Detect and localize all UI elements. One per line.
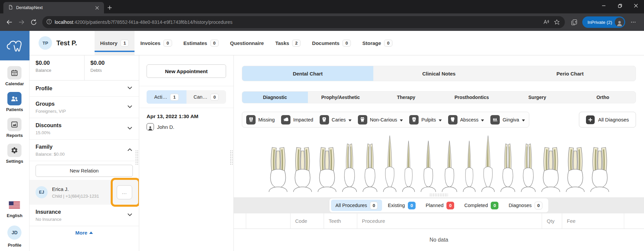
tooth-1[interactable] xyxy=(268,141,288,192)
section-family[interactable]: FamilyBalance: $0.00 xyxy=(30,140,139,161)
tab-storage[interactable]: Storage0 xyxy=(357,31,398,55)
diagnosis-button-impacted[interactable]: Impacted xyxy=(281,115,313,124)
language-selector[interactable]: English xyxy=(7,201,22,218)
section-profile[interactable]: Profile xyxy=(30,81,139,97)
address-bar[interactable]: localhost:4200/p/patients/b7f78552-f41a-… xyxy=(42,16,565,28)
tooth-12[interactable] xyxy=(499,138,516,192)
section-groups[interactable]: GroupsForeigners, VIP xyxy=(30,97,139,118)
diagnosis-button-non-carious[interactable]: Non-Carious xyxy=(358,115,403,124)
tab-history[interactable]: History1 xyxy=(95,31,135,55)
tab-therapy[interactable]: Therapy xyxy=(373,92,439,103)
appointment-item[interactable]: Apr 13, 2022 1:30 AM John D. xyxy=(139,108,233,136)
favorite-star-icon[interactable] xyxy=(551,17,562,28)
filter-count-badge: 0 xyxy=(408,202,416,209)
site-info-icon[interactable] xyxy=(46,19,52,26)
relation-menu-button[interactable]: ... xyxy=(117,185,132,199)
tab-tasks[interactable]: Tasks2 xyxy=(270,31,307,55)
window-minimize-button[interactable] xyxy=(596,0,612,11)
forward-button[interactable] xyxy=(15,16,28,28)
window-close-button[interactable] xyxy=(628,0,644,11)
tab-dental-chart[interactable]: Dental Chart xyxy=(242,66,373,81)
diagnosis-button-caries[interactable]: Caries xyxy=(320,115,352,124)
tab-estimates[interactable]: Estimates0 xyxy=(178,31,224,55)
tab-label: Documents xyxy=(312,40,339,46)
section-text: FamilyBalance: $0.00 xyxy=(36,144,127,157)
sidebar-item-calendar[interactable]: Calendar xyxy=(5,66,24,86)
tooth-4[interactable] xyxy=(341,138,358,192)
sidebar-item-patients[interactable]: Patients xyxy=(5,92,24,112)
all-diagnoses-button[interactable]: All Diagnoses xyxy=(579,112,636,128)
tab-close-icon[interactable] xyxy=(93,4,101,11)
filter-all-procedures[interactable]: All Procedures0 xyxy=(331,200,382,211)
tab-prosthodontics[interactable]: Prosthodontics xyxy=(439,92,505,103)
filter-diagnoses[interactable]: Diagnoses0 xyxy=(504,200,547,211)
diagnosis-button-pulpits[interactable]: Pulpits xyxy=(409,115,442,124)
filter-planned[interactable]: Planned0 xyxy=(421,200,459,211)
diagnosis-button-abscess[interactable]: Abscess xyxy=(448,115,484,124)
window-restore-button[interactable] xyxy=(612,0,628,11)
browser-menu-icon[interactable] xyxy=(627,16,639,28)
tab-surgery[interactable]: Surgery xyxy=(504,92,570,103)
tooth-3[interactable] xyxy=(317,141,337,192)
back-button[interactable] xyxy=(3,16,15,28)
section-discounts[interactable]: Discounts15.00% xyxy=(30,118,139,140)
appointment-tab-count: 0 xyxy=(210,94,219,101)
tooth-2[interactable] xyxy=(292,141,313,192)
appointment-tab-0[interactable]: Acti…1 xyxy=(147,90,186,104)
tab-invoices[interactable]: Invoices0 xyxy=(135,31,177,55)
new-relation-button[interactable]: New Relation xyxy=(36,165,133,177)
tab-diagnostic[interactable]: Diagnostic xyxy=(242,92,308,103)
tab-clinical-notes[interactable]: Clinical Notes xyxy=(373,66,504,81)
tab-prophy-aesthetic[interactable]: Prophy/Aesthetic xyxy=(308,92,374,103)
tab-count-badge: 0 xyxy=(210,40,219,47)
split-screen-icon[interactable] xyxy=(568,16,580,28)
panel-resize-handle[interactable] xyxy=(135,150,139,165)
new-tab-button[interactable] xyxy=(104,2,115,13)
panel-resize-handle[interactable] xyxy=(230,150,233,165)
tooth-15[interactable] xyxy=(565,141,586,192)
tooth-10[interactable] xyxy=(462,138,477,192)
diagnosis-button-gingiva[interactable]: Gingiva xyxy=(490,115,525,124)
new-appointment-button[interactable]: New Appointment xyxy=(147,64,226,78)
tooth-11[interactable] xyxy=(480,134,496,192)
tooth-14[interactable] xyxy=(540,141,561,192)
app-logo[interactable] xyxy=(0,31,30,60)
tooth-9[interactable] xyxy=(441,138,458,192)
tab-documents[interactable]: Documents0 xyxy=(306,31,357,55)
tooth-13[interactable] xyxy=(520,138,537,192)
dental-chart-teeth xyxy=(242,133,636,192)
column-header-qty: Qty xyxy=(542,213,562,229)
family-relation-row[interactable]: EJ Erica J. Child | +1(684)123-1231 ... xyxy=(30,180,139,205)
chart-resize-handle[interactable] xyxy=(429,193,448,196)
sidebar-item-settings[interactable]: Settings xyxy=(5,144,24,164)
tooth-5[interactable] xyxy=(362,138,378,192)
appointment-tab-1[interactable]: Can…0 xyxy=(186,90,226,104)
tooth-16[interactable] xyxy=(589,141,610,192)
diagnosis-button-missing[interactable]: Missing xyxy=(246,115,275,124)
tooth-occlusal-7 xyxy=(401,186,416,192)
section-insurance[interactable]: Insurance No Insurance xyxy=(30,205,139,226)
us-flag-icon xyxy=(9,201,20,210)
tooth-7[interactable] xyxy=(401,138,416,192)
tooth-8[interactable] xyxy=(420,138,437,192)
refresh-button[interactable] xyxy=(28,16,40,28)
filter-completed[interactable]: Completed0 xyxy=(460,200,503,211)
url-text[interactable]: localhost:4200/p/patients/b7f78552-f41a-… xyxy=(55,19,541,25)
filter-existing[interactable]: Existing0 xyxy=(383,200,420,211)
browser-tab-strip: DentaltapNext xyxy=(0,0,644,13)
profile-inprivate-button[interactable]: InPrivate (2) xyxy=(582,16,625,28)
user-profile-button[interactable]: JD Profile xyxy=(7,218,21,248)
tooth-caries-icon xyxy=(320,115,329,124)
more-toggle[interactable]: More xyxy=(75,230,93,236)
browser-tab[interactable]: DentaltapNext xyxy=(3,2,104,13)
tooth-6[interactable] xyxy=(382,134,397,192)
section-title: Family xyxy=(36,144,127,150)
plus-icon xyxy=(586,115,595,124)
tooth-occlusal-1 xyxy=(268,186,288,192)
tab-perio-chart[interactable]: Perio Chart xyxy=(504,66,636,81)
tab-ortho[interactable]: Ortho xyxy=(570,92,636,103)
tab-questionnaire[interactable]: Questionnaire xyxy=(224,31,270,55)
tab-label: Tasks xyxy=(275,40,289,46)
read-aloud-icon[interactable] xyxy=(541,17,551,28)
sidebar-item-reports[interactable]: Reports xyxy=(5,118,24,138)
